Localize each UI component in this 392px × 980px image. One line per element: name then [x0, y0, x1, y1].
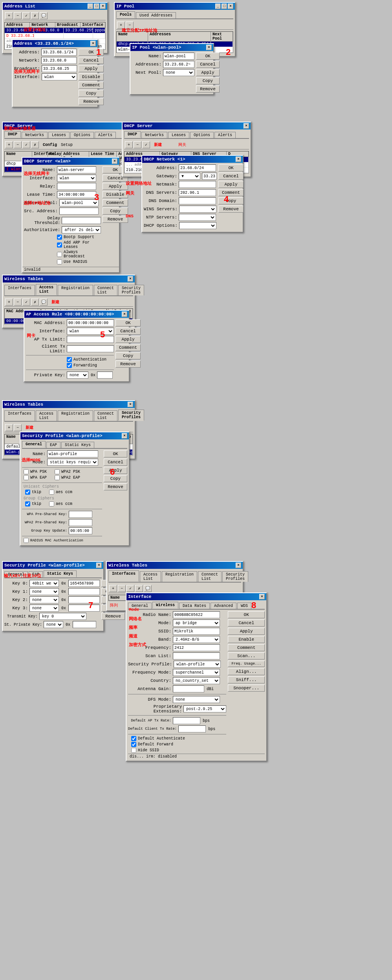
mac-input[interactable]	[67, 319, 114, 326]
iface-mode-select[interactable]: ap bridge	[173, 619, 220, 627]
server-interface-select[interactable]: wlan	[57, 175, 96, 182]
dns-servers-input[interactable]	[179, 189, 216, 196]
delay-input[interactable]	[62, 217, 101, 224]
close-btn[interactable]: ×	[90, 41, 96, 46]
del-dhcp-btn[interactable]: −	[14, 141, 22, 148]
disable-button[interactable]: Disable	[103, 191, 128, 198]
tab-dhcp[interactable]: DHCP	[4, 131, 21, 138]
tab-static-keys-s[interactable]: Static Keys	[44, 570, 77, 577]
x-btn[interactable]: ✗	[31, 12, 39, 19]
private-key-value[interactable]	[97, 372, 113, 379]
net-gateway-input[interactable]	[202, 173, 217, 180]
close-btn[interactable]: ×	[259, 594, 265, 599]
table-row[interactable]: 33.23.68.1/24 33.23.68.0 33.23.68.255 pp…	[5, 28, 105, 33]
apply-button[interactable]: Apply	[228, 628, 265, 635]
del-btn[interactable]: −	[14, 12, 22, 19]
check-wireless[interactable]: ✓	[22, 299, 30, 306]
close-btn[interactable]: ×	[206, 45, 212, 50]
cancel-button[interactable]: Cancel	[228, 619, 265, 627]
remove-button[interactable]: Remove	[115, 361, 141, 368]
copy-button[interactable]: Copy	[104, 475, 127, 482]
broadcast-check[interactable]	[57, 252, 62, 257]
auth-checkbox[interactable]	[67, 357, 72, 362]
dns-domain-input[interactable]	[179, 197, 216, 204]
tab-leases[interactable]: Leases	[48, 132, 70, 138]
tab-interfaces[interactable]: Interfaces	[4, 285, 35, 295]
copy-button[interactable]: Copy	[196, 77, 220, 84]
private-key-select[interactable]: none	[67, 372, 88, 379]
config-tab[interactable]: Config	[43, 143, 57, 147]
ok-button[interactable]: OK	[218, 164, 244, 171]
cancel-button[interactable]: Cancel	[218, 173, 244, 180]
check-btn[interactable]: ✓	[22, 12, 30, 19]
dhcp-opts-select[interactable]	[179, 222, 216, 229]
key2-input[interactable]	[68, 596, 100, 603]
ok-button[interactable]: OK	[228, 611, 265, 618]
apply-button[interactable]: Apply	[196, 69, 220, 76]
key1-input[interactable]	[68, 588, 100, 595]
key2-type-select[interactable]: none	[29, 596, 59, 603]
tab-networks[interactable]: Networks	[22, 132, 48, 138]
net-address-input[interactable]	[179, 164, 216, 171]
ok-button[interactable]: OK	[115, 319, 141, 326]
check-wt3[interactable]: ✓	[126, 585, 134, 592]
add-wt3-btn[interactable]: +	[109, 585, 117, 592]
wpa-key-input[interactable]	[69, 511, 92, 518]
wpa2-psk-check[interactable]	[55, 469, 60, 474]
tab-pools[interactable]: Pools	[116, 11, 135, 18]
def-client-input[interactable]	[178, 725, 206, 732]
del-sec-btn[interactable]: −	[14, 424, 22, 431]
apply-button[interactable]: Apply	[104, 467, 127, 474]
st-private-input[interactable]	[73, 621, 96, 628]
tab-gen-iface[interactable]: General	[128, 603, 152, 609]
prop-ext-select[interactable]: post-2.9.25	[183, 705, 226, 712]
def-tx-input[interactable]	[173, 717, 200, 724]
freq-usage-button[interactable]: Freq. Usage...	[228, 661, 265, 667]
comment-button[interactable]: Comment	[79, 82, 104, 89]
remove-button[interactable]: Remove	[218, 206, 244, 213]
key3-input[interactable]	[68, 605, 100, 612]
tab-leases2[interactable]: Leases	[168, 132, 189, 138]
enable-button[interactable]: Enable	[228, 636, 265, 643]
aes-ccm2-check[interactable]	[49, 501, 54, 506]
key0-input[interactable]	[68, 580, 100, 587]
close-btn[interactable]: ×	[100, 4, 106, 9]
antenna-input[interactable]	[173, 685, 204, 692]
setup-tab[interactable]: Setup	[61, 143, 73, 147]
def-auth-check[interactable]	[131, 736, 136, 741]
tab-access3[interactable]: Access List	[140, 571, 161, 582]
client-tx-input[interactable]	[67, 345, 114, 352]
tab-used-addresses[interactable]: Used Addresses	[136, 12, 176, 18]
tab-options[interactable]: Options	[70, 132, 94, 138]
pool-select[interactable]: wlan-pool	[59, 199, 99, 206]
remove-button[interactable]: Remove	[103, 216, 128, 223]
x-wt3[interactable]: ✗	[135, 585, 143, 592]
remove-button[interactable]: Remove	[104, 483, 127, 490]
st-private-select[interactable]: none	[44, 621, 63, 628]
wins-select[interactable]	[179, 206, 216, 213]
close-btn[interactable]: ×	[122, 311, 127, 317]
add-btn[interactable]: +	[5, 12, 13, 19]
net-gateway-select[interactable]: ▼	[179, 173, 200, 180]
dfs-select[interactable]: none	[173, 696, 220, 703]
del-pool-btn[interactable]: −	[126, 22, 134, 29]
close-btn[interactable]: ×	[236, 563, 241, 568]
copy-button[interactable]: Copy	[115, 352, 141, 359]
lease-input[interactable]	[57, 191, 96, 198]
key1-type-select[interactable]: none	[29, 588, 59, 595]
apply-button[interactable]: Apply	[218, 181, 244, 188]
bootp-check[interactable]	[57, 235, 62, 240]
ok-button[interactable]: OK	[196, 53, 220, 60]
scan-list-input[interactable]	[173, 652, 220, 659]
sniff-button[interactable]: Sniff...	[228, 676, 265, 683]
add-wireless-btn[interactable]: +	[5, 299, 13, 306]
tab-sec3[interactable]: Security Profiles	[222, 571, 248, 582]
src-input[interactable]	[59, 208, 99, 215]
close-btn[interactable]: ×	[236, 157, 241, 162]
address-input[interactable]	[41, 49, 77, 56]
tab-conn3[interactable]: Connect List	[198, 571, 222, 582]
minimize-btn[interactable]: _	[88, 4, 93, 9]
tab-general-s[interactable]: General	[4, 571, 28, 577]
add-dhcp-btn[interactable]: +	[5, 141, 13, 148]
close-btn[interactable]: ×	[228, 4, 233, 9]
